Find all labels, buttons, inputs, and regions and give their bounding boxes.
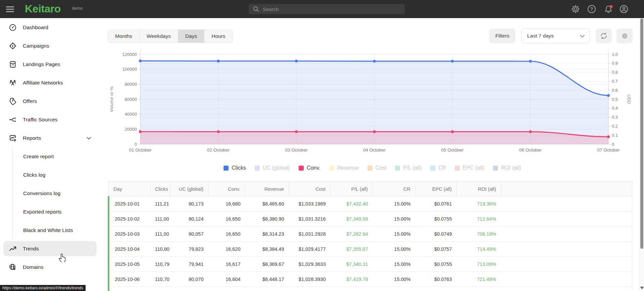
link-preview-statusbar: https://demo.keitaro.io/admin/#!/trends/… xyxy=(0,285,86,291)
cell-roi-all-: 529.5% xyxy=(457,287,501,291)
column-header-conv-[interactable]: Conv. xyxy=(208,182,245,196)
trends-table: DayClicksUC (global)Conv.RevenueCostP/L … xyxy=(108,181,631,291)
svg-text:60000: 60000 xyxy=(125,97,137,102)
column-header-clicks[interactable]: Clicks xyxy=(150,182,170,196)
svg-text:02 October: 02 October xyxy=(207,148,230,153)
svg-text:0.4: 0.4 xyxy=(612,106,618,111)
legend-item-epc-all-[interactable]: EPC (all) xyxy=(455,165,484,171)
legend-item-clicks[interactable]: Clicks xyxy=(224,165,246,171)
sidebar-subitem-black-and-white-lists[interactable]: Black and White Lists xyxy=(13,221,101,239)
sidebar-subitem-clicks-log[interactable]: Clicks log xyxy=(13,166,101,184)
sidebar-subitem-exported-reports[interactable]: Exported reports xyxy=(13,202,101,221)
legend-label: Conv. xyxy=(307,165,320,171)
cell-uc-global-: 11,477 xyxy=(170,287,208,291)
legend-item-roi-all-[interactable]: ROI (all) xyxy=(493,165,521,171)
table-header-row: DayClicksUC (global)Conv.RevenueCostP/L … xyxy=(109,182,632,196)
settings-gear-icon[interactable] xyxy=(571,4,580,14)
sidebar-subitem-create-report[interactable]: Create report xyxy=(13,147,101,166)
search-input[interactable] xyxy=(249,4,405,14)
sidebar-item-reports[interactable]: Reports xyxy=(0,129,101,147)
column-header-cost[interactable]: Cost xyxy=(289,182,331,196)
cell-revenue: $8,384.49 xyxy=(245,242,289,257)
sidebar-item-domains[interactable]: Domains xyxy=(0,258,101,276)
refresh-button[interactable] xyxy=(596,28,612,43)
cell-revenue: $8,380.90 xyxy=(245,212,289,227)
table-row[interactable]: 2025-10-04110,8079,82316,620$8,384.49$1,… xyxy=(109,242,632,257)
cell-cr: 15.00% xyxy=(373,242,415,257)
notifications-bell-icon[interactable] xyxy=(603,4,613,14)
cell-filler xyxy=(501,272,632,287)
vertical-scrollbar[interactable] xyxy=(639,18,644,291)
svg-text:05 October: 05 October xyxy=(441,148,464,153)
legend-item-uc-global-[interactable]: UC (global) xyxy=(255,165,290,171)
topbar: Keitaro demo ? xyxy=(0,0,644,18)
chart-legend: ClicksUC (global)Conv.RevenueCostP/L (al… xyxy=(108,164,637,172)
table-row[interactable]: 2025-10-01111,2180,17316,680$8,465.60$1,… xyxy=(109,196,632,212)
column-header-roi-all-[interactable]: ROI (all) xyxy=(457,182,501,196)
column-header-epc-all-[interactable]: EPC (all) xyxy=(415,182,457,196)
cell-cost: $1,033.1989 xyxy=(289,196,331,212)
svg-text:120000: 120000 xyxy=(122,52,137,57)
sidebar-item-label: Landings Pages xyxy=(23,61,60,67)
sidebar-item-affiliate-networks[interactable]: Affiliate Networks xyxy=(0,73,101,92)
date-range-select[interactable]: Last 7 days xyxy=(521,28,590,43)
cell-conv-: 2,148 xyxy=(208,287,245,291)
column-header-uc-global-[interactable]: UC (global) xyxy=(170,182,208,196)
cell-uc-global-: 80,124 xyxy=(170,212,208,227)
svg-text:1.0: 1.0 xyxy=(612,52,618,57)
sidebar-item-dashboard[interactable]: Dashboard xyxy=(0,18,101,37)
chart-settings-button[interactable] xyxy=(616,28,633,43)
sidebar-subitem-conversions-log[interactable]: Conversions log xyxy=(13,184,101,202)
legend-item-conv-[interactable]: Conv. xyxy=(299,165,320,171)
table-row[interactable]: 2025-10-02111,0080,12416,650$8,380.90$1,… xyxy=(109,212,632,227)
cell-roi-all-: 713.09% xyxy=(457,257,501,272)
filters-button[interactable]: Filters xyxy=(489,28,515,43)
cell-cr: 15.00% xyxy=(373,212,415,227)
cell-revenue: $8,465.60 xyxy=(245,196,289,212)
cell-revenue: $8,314.23 xyxy=(245,227,289,242)
chevron-down-icon xyxy=(580,35,585,38)
legend-swatch xyxy=(430,166,435,171)
legend-item-p-l-all-[interactable]: P/L (all) xyxy=(395,165,422,171)
legend-item-cost[interactable]: Cost xyxy=(367,165,387,171)
column-header-revenue[interactable]: Revenue xyxy=(245,182,289,196)
traffic-sources-icon xyxy=(9,116,17,124)
help-icon[interactable]: ? xyxy=(587,4,596,14)
cell-day: 2025-10-01 xyxy=(109,196,150,212)
table-row[interactable]: 2025-10-03111,0080,05716,650$8,314.23$1,… xyxy=(109,227,632,242)
svg-text:04 October: 04 October xyxy=(363,148,386,153)
sidebar-item-trends[interactable]: Trends xyxy=(0,239,101,258)
sidebar-item-offers[interactable]: $Offers xyxy=(0,92,101,110)
table-row[interactable]: 2025-10-0714,4811,4772,148$1,092.34$717.… xyxy=(109,287,632,291)
sidebar-item-label: Reports xyxy=(23,135,41,141)
user-account-icon[interactable] xyxy=(619,4,629,14)
tab-hours[interactable]: Hours xyxy=(204,30,232,43)
statusbar-url: https://demo.keitaro.io/admin/#!/trends/… xyxy=(2,286,83,290)
svg-text:40000: 40000 xyxy=(125,112,137,117)
hamburger-menu-icon[interactable] xyxy=(6,5,14,13)
legend-swatch xyxy=(493,166,498,171)
column-header-p-l-all-[interactable]: P/L (all) xyxy=(331,182,373,196)
tab-days[interactable]: Days xyxy=(178,30,204,43)
scrollbar-down-arrow[interactable] xyxy=(640,287,644,289)
column-header-day[interactable]: Day xyxy=(109,182,150,196)
legend-item-revenue[interactable]: Revenue xyxy=(329,165,359,171)
cell-conv-: 16,650 xyxy=(208,227,245,242)
scrollbar-thumb[interactable] xyxy=(640,18,643,249)
svg-text:0.7: 0.7 xyxy=(612,79,618,84)
svg-text:$: $ xyxy=(12,99,13,102)
table-row[interactable]: 2025-10-06110,7080,07016,604$8,448.17$1,… xyxy=(109,272,632,287)
trends-line-chart[interactable]: 02000040000600008000010000012000000.10.2… xyxy=(107,43,640,156)
sidebar-item-landings-pages[interactable]: Landings Pages xyxy=(0,55,101,73)
table-row[interactable]: 2025-10-05110,7979,94116,617$8,369.67$1,… xyxy=(109,257,632,272)
tab-months[interactable]: Months xyxy=(108,30,140,43)
legend-item-cr[interactable]: CR xyxy=(430,165,446,171)
tab-weekdays[interactable]: Weekdays xyxy=(140,30,178,43)
column-header-cr[interactable]: CR xyxy=(373,182,415,196)
cell-conv-: 16,604 xyxy=(208,272,245,287)
sidebar-item-traffic-sources[interactable]: Traffic Sources xyxy=(0,110,101,129)
svg-text:USD: USD xyxy=(627,95,632,104)
sidebar-item-campaigns[interactable]: Campaigns xyxy=(0,37,101,55)
search-box[interactable] xyxy=(249,4,405,14)
sidebar-nav: DashboardCampaignsLandings PagesAffiliat… xyxy=(0,18,101,291)
